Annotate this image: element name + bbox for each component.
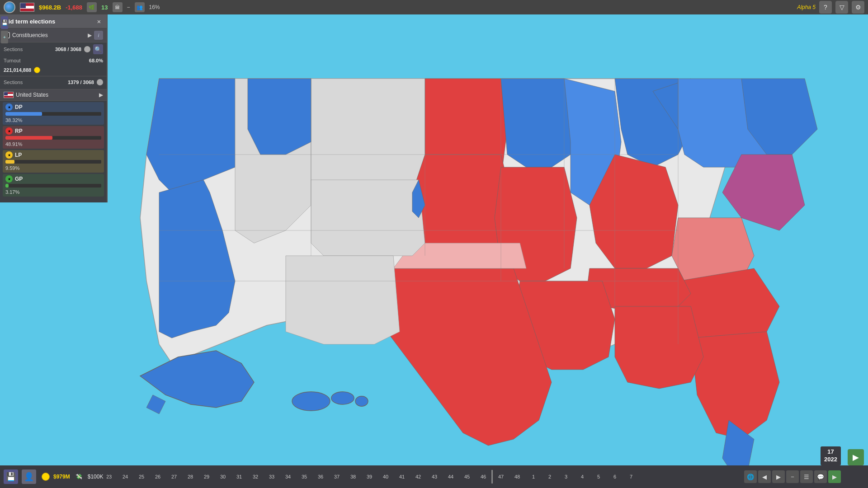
svg-point-1 <box>292 392 330 411</box>
bottom-cost: $100K <box>88 474 104 480</box>
tl-28[interactable]: 28 <box>182 472 198 481</box>
tl-27[interactable]: 27 <box>166 472 182 481</box>
sections2-row: Sections 1379 / 3068 <box>0 77 107 87</box>
tl-5[interactable]: 5 <box>590 472 607 481</box>
tl-37[interactable]: 37 <box>329 472 345 481</box>
date-day: 17 <box>824 448 837 456</box>
tl-6[interactable]: 6 <box>607 472 623 481</box>
tl-47[interactable]: 47 <box>493 472 509 481</box>
play-btn[interactable]: ▶ <box>848 449 864 465</box>
timeline-numbers: 17 18 19 20 21 22 23 24 25 26 27 28 29 3… <box>0 468 767 486</box>
tl-45[interactable]: 45 <box>459 472 475 481</box>
tl-1[interactable]: 1 <box>525 472 542 481</box>
end-turn-btn[interactable]: ▶ <box>828 470 841 483</box>
tl-42[interactable]: 42 <box>410 472 426 481</box>
panel-title: Mid term elections <box>4 18 55 25</box>
gp-pct: 3.17% <box>3 189 104 197</box>
sections2-value: 1379 / 3068 <box>68 80 94 85</box>
rp-icon: ★ <box>5 127 13 135</box>
sidebar-panel: Mid term elections × Constituencies ▶ i … <box>0 14 108 202</box>
panel-close-btn[interactable]: × <box>95 17 103 25</box>
tl-34[interactable]: 34 <box>280 472 296 481</box>
info-btn[interactable]: i <box>94 31 103 40</box>
usa-map[interactable] <box>108 28 868 471</box>
timeline-inner: 💾 👤 $979M 💸 $100K 17 18 19 20 21 22 23 2… <box>0 465 868 488</box>
resource-value: 13 <box>101 4 108 11</box>
tl-46[interactable]: 46 <box>475 472 491 481</box>
save-icon[interactable]: 💾 <box>1 16 8 29</box>
tl-41[interactable]: 41 <box>394 472 410 481</box>
tl-25[interactable]: 25 <box>133 472 150 481</box>
sections-value: 3068 / 3068 <box>55 47 81 52</box>
turnout-value: 68.0% <box>89 58 103 63</box>
tl-26[interactable]: 26 <box>150 472 166 481</box>
svg-point-3 <box>355 396 368 406</box>
alpha-label: Alpha 5 <box>797 4 816 10</box>
filter-btn[interactable]: ▽ <box>835 1 848 14</box>
sections-row: Sections 3068 / 3068 🔍 <box>0 42 107 56</box>
lp-pct: 9.59% <box>3 165 104 173</box>
country-row[interactable]: United States ▶ <box>0 89 107 101</box>
resource-icon[interactable]: 🌿 <box>87 2 97 12</box>
population-icon[interactable]: 👥 <box>135 2 145 12</box>
bottom-coin-icon <box>42 473 50 481</box>
zoom-out-btn[interactable]: − <box>786 470 799 483</box>
tl-3[interactable]: 3 <box>558 472 574 481</box>
party-lp-row[interactable]: ★ LP 9.59% <box>3 150 104 173</box>
sections2-indicator <box>97 79 103 85</box>
tl-7[interactable]: 7 <box>623 472 639 481</box>
tl-35[interactable]: 35 <box>296 472 312 481</box>
country-name: United States <box>16 92 97 98</box>
left-toolbar: 💾 + <box>0 14 8 45</box>
tl-24[interactable]: 24 <box>117 472 133 481</box>
globe-icon[interactable] <box>4 1 15 13</box>
dp-pct: 38.32% <box>3 117 104 125</box>
lp-bar <box>5 160 14 164</box>
search-btn[interactable]: 🔍 <box>93 44 103 54</box>
tl-36[interactable]: 36 <box>312 472 329 481</box>
party-rp-row[interactable]: ★ RP 48.91% <box>3 126 104 149</box>
tl-4[interactable]: 4 <box>574 472 590 481</box>
country-flag <box>4 92 14 98</box>
turnout-row: Turnout 68.0% <box>0 56 107 65</box>
party-dp-row[interactable]: ★ DP 38.32% <box>3 102 104 125</box>
tl-43[interactable]: 43 <box>426 472 443 481</box>
tl-40[interactable]: 40 <box>377 472 394 481</box>
rp-pct: 48.91% <box>3 141 104 149</box>
coin-icon <box>34 67 40 73</box>
lp-bar-container <box>5 160 101 164</box>
chat-btn[interactable]: 💬 <box>814 470 827 483</box>
bottom-money: $979M <box>53 474 70 480</box>
landmark-icon[interactable]: 🏛 <box>113 2 123 12</box>
tl-48[interactable]: 48 <box>509 472 525 481</box>
save-bottom-btn[interactable]: 💾 <box>4 469 18 484</box>
avatar-icon[interactable]: 👤 <box>22 469 36 484</box>
rp-bar-container <box>5 136 101 140</box>
gp-icon: ★ <box>5 175 13 183</box>
tl-39[interactable]: 39 <box>361 472 377 481</box>
rewind-btn[interactable]: ◀ <box>758 470 771 483</box>
constituencies-label: Constituencies <box>12 32 85 38</box>
add-icon[interactable]: + <box>1 31 8 43</box>
constituencies-expand-btn[interactable]: ▶ <box>88 32 92 38</box>
tl-30[interactable]: 30 <box>215 472 231 481</box>
tl-29[interactable]: 29 <box>198 472 215 481</box>
question-btn[interactable]: ? <box>819 1 832 14</box>
tl-31[interactable]: 31 <box>231 472 247 481</box>
gear-btn[interactable]: ⚙ <box>852 1 864 14</box>
tl-44[interactable]: 44 <box>443 472 459 481</box>
sections2-label: Sections <box>4 80 65 85</box>
list-btn[interactable]: ☰ <box>800 470 813 483</box>
sections-label: Sections <box>4 47 52 52</box>
tl-32[interactable]: 32 <box>247 472 264 481</box>
tl-38[interactable]: 38 <box>345 472 361 481</box>
globe-btn[interactable]: 🌐 <box>744 470 757 483</box>
tl-33[interactable]: 33 <box>264 472 280 481</box>
country-expand-btn[interactable]: ▶ <box>99 92 103 98</box>
date-year: 2022 <box>824 456 837 464</box>
topbar-right: Alpha 5 ? ▽ ⚙ <box>797 1 864 14</box>
forward-btn[interactable]: ▶ <box>772 470 785 483</box>
tl-2[interactable]: 2 <box>542 472 558 481</box>
party-gp-row[interactable]: ★ GP 3.17% <box>3 174 104 197</box>
loss-display: -1,688 <box>66 4 82 11</box>
